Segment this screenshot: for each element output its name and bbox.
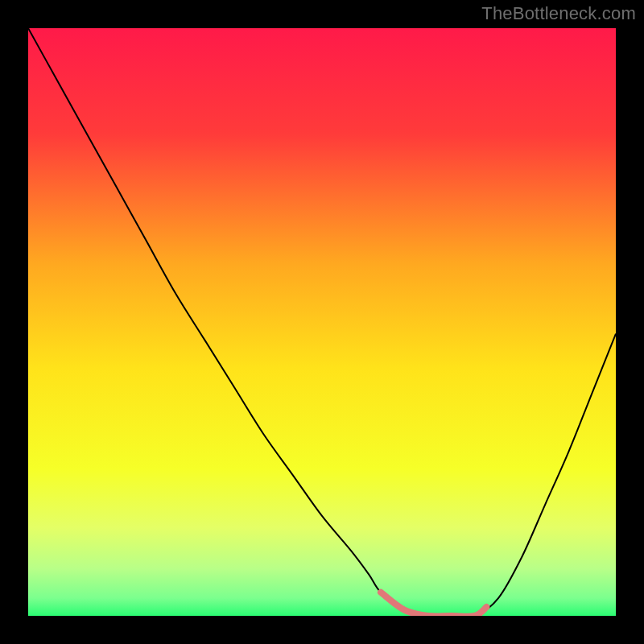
watermark-text: TheBottleneck.com [481,3,636,24]
chart-background-gradient [28,28,616,616]
chart-plot-area [28,28,616,616]
chart-frame: TheBottleneck.com [0,0,644,644]
chart-svg [28,28,616,616]
